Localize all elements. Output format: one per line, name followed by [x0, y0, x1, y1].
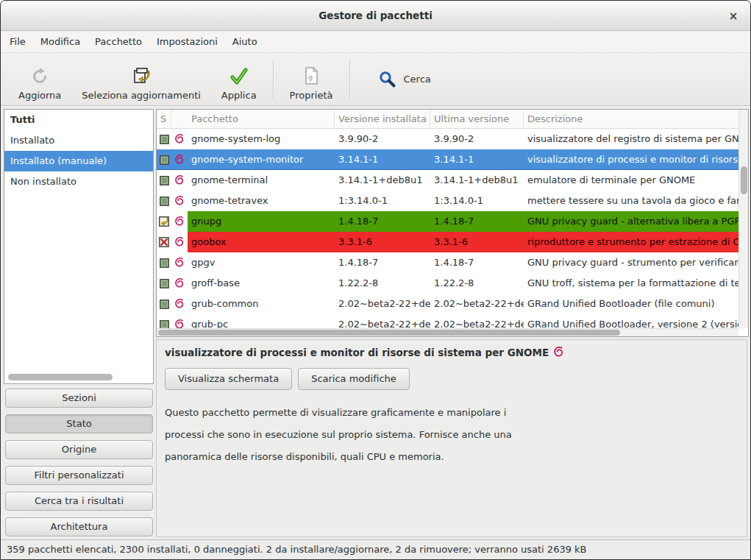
installed-version: 1:3.14.0-1	[335, 191, 430, 211]
column-header-status[interactable]: S	[157, 110, 171, 128]
menu-impostazioni[interactable]: Impostazioni	[149, 32, 225, 52]
latest-version: 3.9.90-2	[430, 129, 524, 149]
package-name: gnome-terminal	[188, 170, 335, 191]
table-header: S Pacchetto Versione installata Ultima v…	[157, 110, 748, 129]
table-row[interactable]: gnome-terminal 3.14.1-1+deb8u1 3.14.1-1+…	[157, 170, 738, 191]
menu-aiuto[interactable]: Aiuto	[225, 32, 265, 52]
package-description: visualizzatore del registro di sistema p…	[524, 129, 738, 149]
title-bar[interactable]: Gestore di pacchetti ×	[1, 1, 750, 31]
column-header-installed-version[interactable]: Versione installata	[335, 110, 430, 128]
package-description: mettere tessere su una tavola da gioco e…	[524, 191, 738, 211]
installed-version: 2.02~beta2-22+de	[335, 314, 430, 328]
table-row[interactable]: gnome-system-log 3.9.90-2 3.9.90-2 visua…	[157, 129, 738, 149]
synaptic-window: Gestore di pacchetti × File Modifica Pac…	[0, 0, 751, 560]
latest-version: 3.14.1-1+deb8u1	[430, 170, 524, 191]
package-rows: gnome-system-log 3.9.90-2 3.9.90-2 visua…	[157, 129, 738, 328]
debian-swirl-icon	[174, 236, 185, 248]
table-row[interactable]: groff-base 1.22.2-8 1.22.2-8 GNU troff, …	[157, 273, 738, 294]
details-description: Questo pacchetto permette di visualizzar…	[165, 402, 747, 468]
debian-swirl-icon	[553, 346, 564, 358]
table-row[interactable]: gpgv 1.4.18-7 1.4.18-7 GNU privacy guard…	[157, 252, 738, 273]
refresh-button[interactable]: Aggiorna	[8, 57, 71, 102]
status-cell	[157, 129, 171, 149]
package-description: riproduttore e strumento per estrazione …	[524, 232, 738, 252]
origin-cell	[171, 232, 188, 252]
package-table: S Pacchetto Versione installata Ultima v…	[156, 109, 749, 337]
table-horizontal-scrollbar[interactable]	[157, 328, 738, 336]
search-button[interactable]: Cerca	[366, 57, 443, 102]
menu-modifica[interactable]: Modifica	[33, 32, 88, 52]
column-header-description[interactable]: Descrizione	[524, 110, 748, 128]
apply-button[interactable]: Applica	[211, 57, 267, 102]
status-cell	[157, 273, 171, 294]
status-cell	[157, 191, 171, 211]
column-header-package[interactable]: Pacchetto	[188, 110, 335, 128]
upgrade-status-icon	[159, 216, 169, 227]
table-row[interactable]: gnome-system-monitor 3.14.1-1 3.14.1-1 v…	[157, 149, 738, 170]
package-name: grub-pc	[188, 314, 335, 328]
package-description: emulatore di terminale per GNOME	[524, 170, 738, 191]
debian-swirl-icon	[174, 319, 185, 328]
close-button[interactable]: ×	[725, 8, 741, 24]
filter-item-installato[interactable]: Installato	[4, 130, 153, 151]
origin-button[interactable]: Origine	[5, 440, 153, 459]
filter-item-installato-manuale[interactable]: Installato (manuale)	[4, 151, 153, 171]
status-cell	[157, 252, 171, 273]
table-row[interactable]: grub-common 2.02~beta2-22+de 2.02~beta2-…	[157, 294, 738, 314]
debian-swirl-icon	[174, 195, 185, 207]
package-name: gnupg	[188, 211, 335, 232]
table-row[interactable]: gnome-tetravex 1:3.14.0-1 1:3.14.0-1 met…	[157, 191, 738, 211]
status-button[interactable]: Stato	[5, 414, 153, 433]
changelog-button[interactable]: Scarica modifiche	[298, 368, 410, 390]
table-vertical-scrollbar[interactable]	[738, 110, 748, 328]
package-description: GNU privacy guard - strumento per verifi…	[524, 252, 738, 273]
installed-status-icon	[160, 176, 169, 185]
main-area: Tutti Installato Installato (manuale) No…	[1, 106, 750, 539]
status-bar: 359 pacchetti elencati, 2300 installati,…	[1, 539, 750, 559]
status-cell	[157, 314, 171, 328]
installed-version: 3.14.1-1	[335, 149, 430, 170]
table-row[interactable]: goobox 3.3.1-6 3.3.1-6 riproduttore e st…	[157, 232, 738, 252]
sections-button[interactable]: Sezioni	[5, 389, 153, 408]
installed-status-icon	[160, 196, 169, 206]
mark-upgrades-button[interactable]: Seleziona aggiornamenti	[71, 57, 211, 102]
origin-cell	[171, 211, 188, 232]
origin-cell	[171, 170, 188, 191]
search-results-button[interactable]: Cerca tra i risultati	[5, 492, 153, 511]
filter-list: Tutti Installato Installato (manuale) No…	[4, 109, 154, 384]
package-name: goobox	[188, 232, 335, 252]
filter-horizontal-scrollbar[interactable]	[8, 374, 149, 380]
installed-status-icon	[160, 258, 169, 268]
table-row[interactable]: gnupg 1.4.18-7 1.4.18-7 GNU privacy guar…	[157, 211, 738, 232]
menu-bar: File Modifica Pacchetto Impostazioni Aiu…	[1, 32, 750, 52]
screenshot-button[interactable]: Visualizza schermata	[165, 368, 292, 390]
filter-mode-buttons: Sezioni Stato Origine Filtri personalizz…	[5, 389, 153, 543]
mark-upgrades-icon	[132, 65, 152, 86]
table-row[interactable]: grub-pc 2.02~beta2-22+de 2.02~beta2-22+d…	[157, 314, 738, 328]
package-description: GNU troff, sistema per la formattazione …	[524, 273, 738, 294]
properties-button[interactable]: Proprietà	[280, 57, 344, 102]
filter-item-non-installato[interactable]: Non installato	[4, 171, 153, 192]
status-cell	[157, 232, 171, 252]
details-title: visualizzatore di processi e monitor di …	[165, 347, 549, 358]
custom-filters-button[interactable]: Filtri personalizzati	[5, 466, 153, 485]
installed-status-icon	[160, 279, 169, 288]
package-description: GNU privacy guard - alternativa libera a…	[524, 211, 738, 232]
debian-swirl-icon	[174, 216, 185, 227]
installed-version: 2.02~beta2-22+de	[335, 294, 430, 314]
installed-status-icon	[160, 320, 169, 329]
remove-status-icon	[159, 237, 169, 247]
column-header-latest-version[interactable]: Ultima versione	[430, 110, 524, 128]
menu-file[interactable]: File	[2, 32, 33, 52]
package-description: visualizzatore di processi e monitor di …	[524, 149, 738, 170]
menu-pacchetto[interactable]: Pacchetto	[88, 32, 149, 52]
latest-version: 1.4.18-7	[430, 211, 524, 232]
origin-cell	[171, 129, 188, 149]
package-name: gnome-system-monitor	[188, 149, 335, 170]
status-cell	[157, 149, 171, 170]
column-header-origin[interactable]	[171, 110, 188, 128]
architecture-button[interactable]: Architettura	[5, 517, 153, 536]
filter-item-tutti[interactable]: Tutti	[4, 110, 153, 130]
window-title: Gestore di pacchetti	[318, 10, 433, 21]
latest-version: 3.14.1-1	[430, 149, 524, 170]
